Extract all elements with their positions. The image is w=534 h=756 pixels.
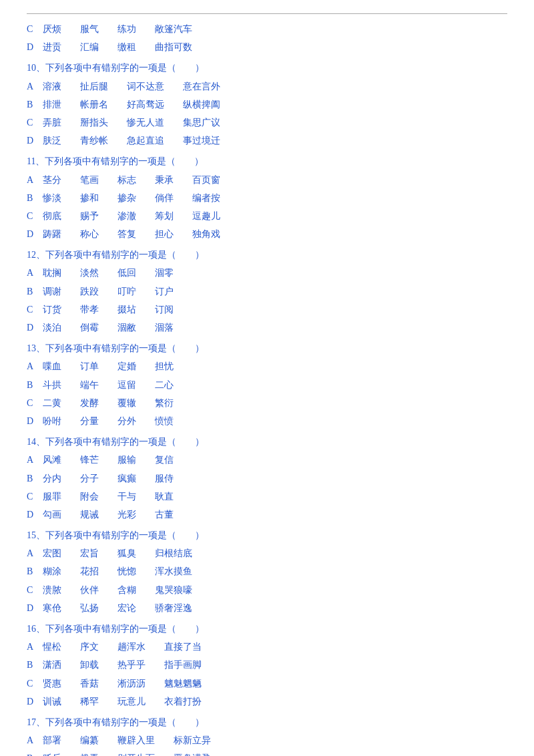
- section-2: 11、下列各项中有错别字的一项是（ ）A茎分笔画标志秉承百页窗B惨淡掺和掺杂倘佯…: [27, 153, 507, 242]
- answer-item-4-2-0: 二黄: [43, 395, 61, 411]
- answer-item-5-1-3: 服侍: [155, 470, 174, 487]
- answer-items: 勾画规诫光彩古董: [43, 506, 174, 523]
- answer-item-8-1-2: 别开生面: [117, 750, 155, 756]
- answer-item-6-0-1: 宏旨: [80, 545, 99, 562]
- answer-item-6-3-1: 弘扬: [80, 600, 99, 616]
- answer-line-4-0: A喋血订单定婚担忧: [27, 358, 507, 375]
- answer-item-6-2-1: 伙伴: [80, 582, 99, 598]
- section-0: C厌烦服气练功敞篷汽车D进贡汇编缴租曲指可数: [27, 21, 507, 55]
- answer-item-5-3-1: 规诫: [80, 506, 99, 523]
- answer-item-5-1-1: 分子: [80, 470, 99, 487]
- answer-items: 惺松序文趟浑水直接了当: [43, 638, 202, 655]
- answer-item-2-3-0: 踌躇: [43, 226, 61, 242]
- question-1: 10、下列各项中有错别字的一项是（ ）: [27, 59, 507, 76]
- section-4: 13、下列各项中有错别字的一项是（ ）A喋血订单定婚担忧B斗拱端午逗留二心C二黄…: [27, 340, 507, 429]
- answer-items: 二黄发酵覆辙繁衍: [43, 395, 174, 411]
- answer-item-4-3-3: 愤愤: [155, 413, 174, 429]
- answer-label: A: [27, 638, 40, 655]
- answer-item-3-2-3: 订阅: [155, 301, 174, 318]
- answer-item-6-2-2: 含糊: [117, 582, 136, 598]
- answer-item-3-1-0: 调谢: [43, 283, 61, 300]
- answer-item-1-3-2: 急起直追: [127, 132, 164, 149]
- answer-item-4-1-3: 二心: [155, 377, 174, 393]
- answer-item-5-0-2: 服输: [117, 451, 136, 468]
- answer-item-2-2-1: 赐予: [80, 208, 99, 224]
- answer-item-3-3-2: 涸敝: [117, 319, 136, 336]
- question-8: 17、下列各项中有错别字的一项是（ ）: [27, 714, 507, 731]
- section-5: 14、下列各项中有错别字的一项是（ ）A风滩锋芒服输复信B分内分子疯癫服侍C服罪…: [27, 433, 507, 523]
- answer-item-5-0-1: 锋芒: [80, 451, 99, 468]
- answer-line-6-2: C溃脓伙伴含糊鬼哭狼嚎: [27, 582, 507, 598]
- answer-label: A: [27, 264, 40, 281]
- answer-item-2-0-0: 茎分: [43, 172, 61, 188]
- section-1: 10、下列各项中有错别字的一项是（ ）A溶液扯后腿词不达意意在言外B排泄帐册名好…: [27, 59, 507, 149]
- answer-item-0-0-1: 服气: [80, 21, 99, 37]
- answer-items: 风滩锋芒服输复信: [43, 451, 174, 468]
- answer-items: 肤泛青纱帐急起直追事过境迁: [43, 132, 220, 149]
- answer-label: B: [27, 283, 40, 300]
- answer-line-5-0: A风滩锋芒服输复信: [27, 451, 507, 468]
- question-6: 15、下列各项中有错别字的一项是（ ）: [27, 527, 507, 544]
- answer-items: 溶液扯后腿词不达意意在言外: [43, 78, 220, 95]
- answer-item-7-2-2: 淅沥沥: [117, 675, 146, 692]
- answer-line-2-0: A茎分笔画标志秉承百页窗: [27, 172, 507, 188]
- answer-item-2-1-0: 惨淡: [43, 190, 61, 206]
- section-6: 15、下列各项中有错别字的一项是（ ）A宏图宏旨狐臭归根结底B糊涂花招恍惚浑水摸…: [27, 527, 507, 616]
- answer-label: A: [27, 732, 40, 749]
- answer-line-1-3: D肤泛青纱帐急起直追事过境迁: [27, 132, 507, 149]
- answer-item-1-0-0: 溶液: [43, 78, 61, 95]
- answer-line-2-2: C彻底赐予渗澈筹划逗趣儿: [27, 208, 507, 224]
- answer-item-1-1-1: 帐册名: [80, 96, 108, 113]
- answer-item-2-2-4: 逗趣儿: [192, 208, 220, 224]
- answer-items: 分内分子疯癫服侍: [43, 470, 174, 487]
- answer-items: 茎分笔画标志秉承百页窗: [43, 172, 220, 188]
- answer-line-1-1: B排泄帐册名好高骛远纵横捭阖: [27, 96, 507, 113]
- answer-item-3-1-3: 订户: [155, 283, 174, 300]
- answer-line-6-3: D寒伧弘扬宏论骄奢淫逸: [27, 600, 507, 616]
- answer-item-7-3-2: 玩意儿: [117, 693, 146, 710]
- answer-item-0-0-0: 厌烦: [43, 21, 61, 37]
- answer-item-8-1-1: 拨弄: [80, 750, 99, 756]
- answer-line-3-1: B调谢跌跤叮咛订户: [27, 283, 507, 300]
- answer-item-7-0-3: 直接了当: [164, 638, 202, 655]
- answer-items: 吩咐分量分外愤愤: [43, 413, 174, 429]
- section-3: 12、下列各项中有错别字的一项是（ ）A耽搁淡然低回涸零B调谢跌跤叮咛订户C订货…: [27, 246, 507, 336]
- answer-item-5-2-3: 耿直: [155, 488, 174, 505]
- answer-item-2-2-2: 渗澈: [117, 208, 136, 224]
- answer-items: 订货带孝掇坫订阅: [43, 301, 174, 318]
- answer-item-7-3-1: 稀罕: [80, 693, 99, 710]
- answer-line-5-2: C服罪附会干与耿直: [27, 488, 507, 505]
- answer-line-0-1: D进贡汇编缴租曲指可数: [27, 39, 507, 55]
- answer-items: 弄脏掰指头惨无人道集思广议: [43, 114, 220, 131]
- answer-items: 部署编纂鞭辟入里标新立异: [43, 732, 211, 749]
- answer-label: B: [27, 190, 40, 206]
- answer-item-0-1-2: 缴租: [117, 39, 136, 55]
- answer-label: D: [27, 39, 40, 55]
- answer-item-1-3-3: 事过境迁: [183, 132, 220, 149]
- answer-item-4-1-0: 斗拱: [43, 377, 61, 393]
- answer-line-1-0: A溶液扯后腿词不达意意在言外: [27, 78, 507, 95]
- answer-items: 踌躇称心答复担心独角戏: [43, 226, 220, 242]
- answer-item-2-2-3: 筹划: [155, 208, 174, 224]
- answer-line-7-2: C贤惠香菇淅沥沥魑魅魍魉: [27, 675, 507, 692]
- answer-item-7-1-3: 指手画脚: [164, 656, 202, 673]
- answer-item-6-1-1: 花招: [80, 563, 99, 580]
- answer-item-7-2-0: 贤惠: [43, 675, 61, 692]
- answer-item-2-0-2: 标志: [117, 172, 136, 188]
- answer-label: C: [27, 208, 40, 224]
- answer-line-2-3: D踌躇称心答复担心独角戏: [27, 226, 507, 242]
- answer-item-4-2-2: 覆辙: [117, 395, 136, 411]
- answer-item-1-0-3: 意在言外: [183, 78, 220, 95]
- section-7: 16、下列各项中有错别字的一项是（ ）A惺松序文趟浑水直接了当B潇洒卸载热乎乎指…: [27, 620, 507, 710]
- answer-line-7-1: B潇洒卸载热乎乎指手画脚: [27, 656, 507, 673]
- answer-item-2-1-2: 掺杂: [117, 190, 136, 206]
- answer-item-3-0-2: 低回: [117, 264, 136, 281]
- answer-item-7-1-0: 潇洒: [43, 656, 61, 673]
- answer-item-6-3-2: 宏论: [117, 600, 136, 616]
- answer-item-2-0-3: 秉承: [155, 172, 174, 188]
- answer-item-8-0-3: 标新立异: [174, 732, 211, 749]
- answer-items: 贬斥拨弄别开生面恶盘满盈: [43, 750, 211, 756]
- answer-items: 溃脓伙伴含糊鬼哭狼嚎: [43, 582, 192, 598]
- answer-item-5-1-0: 分内: [43, 470, 61, 487]
- answer-label: B: [27, 96, 40, 113]
